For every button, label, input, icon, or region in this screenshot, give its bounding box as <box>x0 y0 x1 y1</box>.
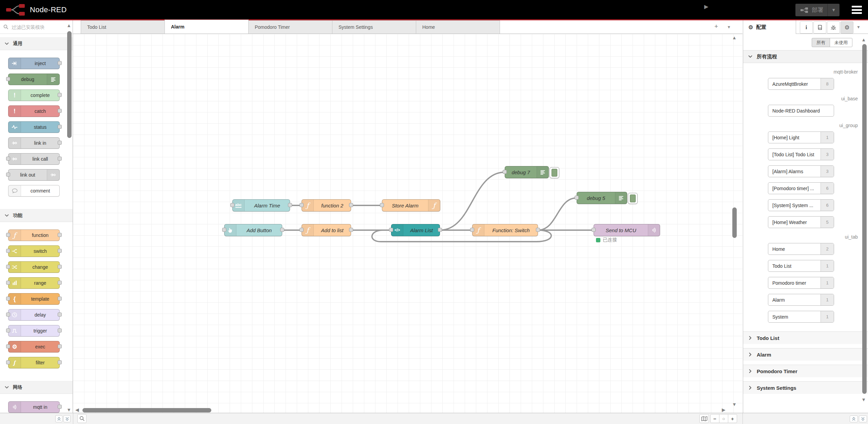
palette-node-debug[interactable]: debug <box>8 74 60 85</box>
sidebar-help-button[interactable] <box>813 21 826 34</box>
palette-node-switch[interactable]: switch <box>8 245 60 257</box>
output-port[interactable] <box>349 203 353 207</box>
palette-collapse-all-button[interactable] <box>55 415 62 422</box>
palette-node-change[interactable]: change <box>8 261 60 273</box>
palette-scroll-down-icon[interactable]: ▼ <box>66 407 71 412</box>
config-node-home-light[interactable]: [Home] Light1 <box>768 132 834 143</box>
output-port[interactable] <box>536 228 540 232</box>
tab-config[interactable]: ⚙ 配置 <box>743 20 796 34</box>
tab-system-settings[interactable]: System Settings <box>332 20 416 34</box>
debug-toggle-button[interactable] <box>549 167 559 178</box>
wire-function-switch-to-debug-5[interactable] <box>538 198 577 230</box>
flow-node-debug-7[interactable]: debug 7 <box>505 166 549 178</box>
canvas-hscrollbar-thumb[interactable] <box>82 408 211 412</box>
tab-todo-list[interactable]: Todo List <box>81 20 165 34</box>
flow-node-add-button[interactable]: Add Button <box>224 224 282 236</box>
flow-node-add-to-list[interactable]: ƒAdd to list <box>302 224 351 236</box>
palette-node-status[interactable]: status <box>8 121 60 133</box>
palette-node-link-in[interactable]: link in <box>8 137 60 149</box>
output-port[interactable] <box>58 297 62 301</box>
output-port[interactable] <box>58 360 62 364</box>
palette-node-filter[interactable]: ʃfilter <box>8 357 60 368</box>
config-node-todo-list[interactable]: Todo List1 <box>768 260 834 272</box>
flow-node-debug-5[interactable]: debug 5 <box>577 192 627 204</box>
palette-category-header-[interactable]: 通用 <box>0 37 73 50</box>
sidebar-scrollbar-thumb[interactable] <box>862 44 867 394</box>
debug-toggle-button[interactable] <box>628 193 638 204</box>
palette-node-link-call[interactable]: link call <box>8 153 60 165</box>
palette-node-function[interactable]: ƒfunction <box>8 229 60 241</box>
flow-node-store-alarm[interactable]: Store Alarmƒ <box>382 199 440 211</box>
config-node-home[interactable]: Home2 <box>768 243 834 255</box>
input-port[interactable] <box>6 249 10 253</box>
flow-node-function-switch[interactable]: ƒFunction: Switch <box>472 224 538 236</box>
flow-node-function-2[interactable]: ƒfunction 2 <box>302 199 351 211</box>
palette-node-catch[interactable]: !catch <box>8 105 60 117</box>
output-port[interactable] <box>58 265 62 269</box>
palette-scroll-up-icon[interactable]: ▲ <box>66 23 71 28</box>
input-port[interactable] <box>6 77 10 81</box>
palette-node-trigger[interactable]: trigger <box>8 325 60 337</box>
flow-list-chevron-icon[interactable]: ▼ <box>727 25 731 29</box>
input-port[interactable] <box>380 203 384 207</box>
input-port[interactable] <box>6 297 10 301</box>
output-port[interactable] <box>58 328 62 332</box>
output-port[interactable] <box>58 405 62 409</box>
config-node-home-weather[interactable]: [Home] Weather5 <box>768 216 834 228</box>
input-port[interactable] <box>230 203 234 207</box>
tab-alarm[interactable]: Alarm <box>165 20 249 34</box>
filter-all-button[interactable]: 所有 <box>812 38 830 47</box>
palette-expand-all-button[interactable] <box>63 415 71 422</box>
palette-category-header-[interactable]: 网络 <box>0 381 73 394</box>
config-node-system-system[interactable]: [System] System ...6 <box>768 199 834 211</box>
config-section-[interactable]: 所有流程 <box>743 50 868 63</box>
config-node-node-red-dashboard[interactable]: Node-RED Dashboard <box>768 105 834 117</box>
output-port[interactable] <box>288 203 292 207</box>
input-port[interactable] <box>300 203 304 207</box>
tab-scroll-right-icon[interactable]: ▶ <box>704 3 708 10</box>
config-section-pomodoro-timer[interactable]: Pomodoro Timer <box>743 365 868 377</box>
output-port[interactable] <box>58 344 62 348</box>
palette-filter-input[interactable] <box>11 24 70 30</box>
tab-home[interactable]: Home <box>416 20 500 34</box>
palette-node-delay[interactable]: delay <box>8 309 60 321</box>
palette-node-link-out[interactable]: link out <box>8 169 60 181</box>
input-port[interactable] <box>592 228 596 232</box>
sidebar-debug-button[interactable] <box>827 21 840 34</box>
input-port[interactable] <box>300 228 304 232</box>
deploy-options-chevron-icon[interactable]: ▼ <box>827 4 840 16</box>
add-flow-button[interactable]: + <box>714 23 718 30</box>
sidebar-info-button[interactable]: i <box>800 21 813 34</box>
sidebar-config-button[interactable]: ⚙ <box>841 21 853 34</box>
output-port[interactable] <box>58 141 62 145</box>
input-port[interactable] <box>222 228 226 232</box>
navigator-button[interactable] <box>699 414 709 423</box>
output-port[interactable] <box>58 125 62 129</box>
palette-node-complete[interactable]: !complete <box>8 89 60 101</box>
palette-node-range[interactable]: range <box>8 277 60 289</box>
flow-node-alarm-list[interactable]: </>Alarm List <box>391 224 440 236</box>
canvas-scroll-down-icon[interactable]: ▼ <box>732 402 737 407</box>
zoom-in-button[interactable]: + <box>728 414 737 423</box>
tab-pomodoro-timer[interactable]: Pomodoro Timer <box>248 20 332 34</box>
palette-node-comment[interactable]: comment <box>8 185 60 197</box>
output-port[interactable] <box>58 249 62 253</box>
palette-node-inject[interactable]: inject <box>8 58 60 69</box>
sidebar-more-chevron-icon[interactable]: ▼ <box>856 25 861 29</box>
output-port[interactable] <box>58 109 62 113</box>
deploy-button[interactable]: 部署 ▼ <box>795 4 840 16</box>
input-port[interactable] <box>6 360 10 364</box>
input-port[interactable] <box>6 233 10 237</box>
palette-scrollbar-thumb[interactable] <box>67 31 72 138</box>
input-port[interactable] <box>575 196 579 200</box>
palette-node-mqtt-in[interactable]: mqtt in <box>8 401 60 413</box>
config-section-system-settings[interactable]: System Settings <box>743 381 868 394</box>
input-port[interactable] <box>6 265 10 269</box>
output-port[interactable] <box>349 228 353 232</box>
input-port[interactable] <box>6 312 10 317</box>
sidebar-scroll-down-icon[interactable]: ▼ <box>861 397 866 402</box>
palette-search[interactable] <box>0 20 73 34</box>
input-port[interactable] <box>6 281 10 285</box>
sidebar-scroll-top-button[interactable] <box>850 416 858 422</box>
sidebar-scroll-up-icon[interactable]: ▲ <box>861 37 866 42</box>
